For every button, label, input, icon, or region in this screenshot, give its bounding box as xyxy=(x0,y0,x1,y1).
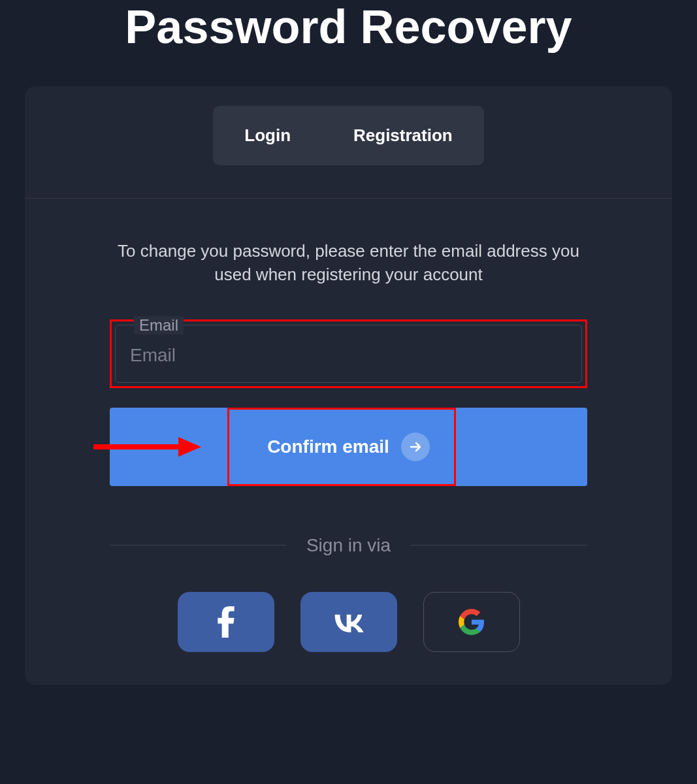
divider-line-left xyxy=(110,545,287,546)
confirm-row: Confirm email xyxy=(110,408,587,486)
vk-icon xyxy=(331,612,366,632)
email-field-container: Email xyxy=(115,325,582,383)
arrow-right-icon xyxy=(408,439,423,455)
google-icon xyxy=(459,609,485,635)
social-buttons xyxy=(110,592,587,652)
page-title: Password Recovery xyxy=(0,0,697,54)
arrow-circle-icon xyxy=(401,433,430,461)
confirm-button-label: Confirm email xyxy=(267,436,389,457)
facebook-icon xyxy=(217,606,235,638)
tabs-container: Login Registration xyxy=(25,86,672,199)
tab-registration[interactable]: Registration xyxy=(322,106,484,165)
card-content: To change you password, please enter the… xyxy=(25,199,672,685)
annotation-arrow-icon xyxy=(90,434,208,460)
email-input[interactable] xyxy=(130,345,567,366)
divider-line-right xyxy=(410,545,587,546)
tab-login[interactable]: Login xyxy=(213,106,322,165)
email-field-label: Email xyxy=(134,316,184,335)
facebook-login-button[interactable] xyxy=(178,592,274,652)
svg-marker-1 xyxy=(178,437,201,457)
divider-text: Sign in via xyxy=(306,535,391,556)
vk-login-button[interactable] xyxy=(300,592,397,652)
tabs: Login Registration xyxy=(213,106,483,165)
divider: Sign in via xyxy=(110,535,587,556)
email-field-highlight: Email xyxy=(110,319,587,388)
auth-card: Login Registration To change you passwor… xyxy=(25,86,672,685)
google-login-button[interactable] xyxy=(423,592,520,652)
instruction-text: To change you password, please enter the… xyxy=(110,239,587,287)
